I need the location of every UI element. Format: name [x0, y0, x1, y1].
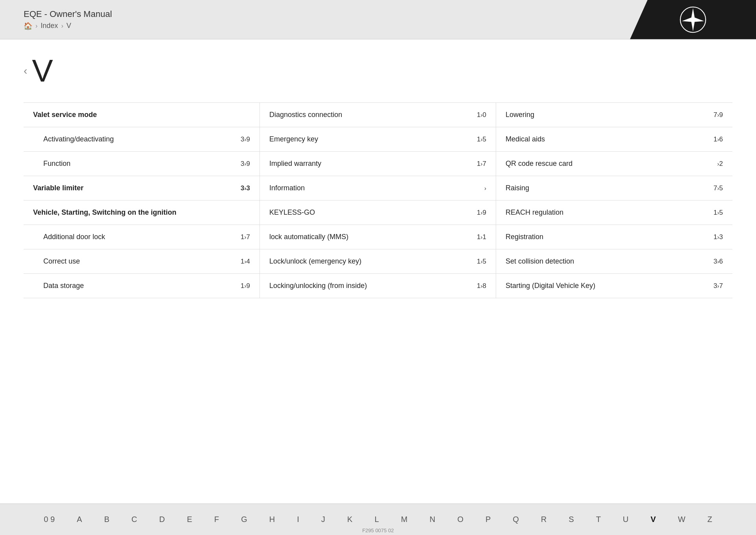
page-header: EQE - Owner's Manual 🏠 › Index › V	[0, 0, 756, 39]
mercedes-star-icon	[679, 6, 707, 33]
header-left: EQE - Owner's Manual 🏠 › Index › V	[24, 9, 112, 30]
entry-page: 1›9	[477, 209, 486, 217]
entry-registration[interactable]: Registration 1›3	[496, 225, 732, 249]
alpha-nav-i[interactable]: I	[286, 504, 310, 535]
entry-page: 1›4	[241, 258, 250, 266]
entry-label: Starting (Digital Vehicle Key)	[506, 282, 709, 290]
alpha-nav-e[interactable]: E	[176, 504, 203, 535]
entry-valet-service-mode[interactable]: Valet service mode	[24, 103, 259, 127]
entry-label: Diagnostics connection	[269, 111, 472, 119]
alpha-nav-d[interactable]: D	[148, 504, 176, 535]
page-letter: V	[32, 55, 53, 87]
breadcrumb-sep-1: ›	[35, 22, 37, 30]
entry-label: Valet service mode	[33, 111, 250, 119]
entry-page: 1›5	[713, 209, 723, 217]
alpha-nav-q[interactable]: Q	[502, 504, 530, 535]
alpha-nav-c[interactable]: C	[120, 504, 148, 535]
alpha-nav-s[interactable]: S	[558, 504, 585, 535]
entry-label: Lock/unlock (emergency key)	[269, 257, 472, 266]
index-column-2: Diagnostics connection 1›0 Emergency key…	[260, 103, 496, 298]
entry-page: 7›5	[713, 184, 723, 192]
entry-reach-regulation[interactable]: REACH regulation 1›5	[496, 201, 732, 225]
entry-label: lock automatically (MMS)	[269, 233, 472, 241]
entry-label: Locking/unlocking (from inside)	[269, 282, 472, 290]
entry-implied-warranty[interactable]: Implied warranty 1›7	[260, 152, 496, 176]
entry-page: 1›9	[241, 282, 250, 290]
entry-page: 3›3	[241, 184, 250, 192]
entry-page: 3›9	[241, 160, 250, 168]
entry-medical-aids[interactable]: Medical aids 1›6	[496, 127, 732, 152]
entry-page: 1›1	[477, 233, 486, 241]
entry-starting-digital-vehicle-key[interactable]: Starting (Digital Vehicle Key) 3›7	[496, 274, 732, 298]
mercedes-logo	[630, 0, 756, 39]
entry-label: Raising	[506, 184, 709, 192]
entry-page: ›	[484, 185, 486, 191]
entry-raising[interactable]: Raising 7›5	[496, 176, 732, 201]
alpha-nav-g[interactable]: G	[230, 504, 258, 535]
entry-label: Medical aids	[506, 135, 709, 143]
entry-page: 7›9	[713, 111, 723, 119]
index-grid: Valet service mode Activating/deactivati…	[24, 102, 732, 298]
breadcrumb-sep-2: ›	[61, 22, 63, 30]
alpha-nav-z[interactable]: Z	[697, 504, 723, 535]
alpha-nav-m[interactable]: M	[390, 504, 419, 535]
entry-function[interactable]: Function 3›9	[24, 152, 259, 176]
entry-page: 1›0	[477, 111, 486, 119]
page-letter-nav: ‹ V	[24, 55, 732, 87]
entry-label: Additional door lock	[43, 233, 236, 241]
alpha-nav-09[interactable]: 0 9	[33, 504, 66, 535]
entry-label: QR code rescue card	[506, 160, 713, 168]
alpha-nav-h[interactable]: H	[258, 504, 286, 535]
entry-vehicle[interactable]: Vehicle, Starting, Switching on the igni…	[24, 201, 259, 225]
entry-lowering[interactable]: Lowering 7›9	[496, 103, 732, 127]
back-arrow[interactable]: ‹	[24, 65, 27, 77]
entry-set-collision-detection[interactable]: Set collision detection 3›6	[496, 249, 732, 274]
alpha-nav-j[interactable]: J	[310, 504, 336, 535]
entry-page: 3›6	[713, 258, 723, 266]
alpha-nav-p[interactable]: P	[474, 504, 502, 535]
entry-data-storage[interactable]: Data storage 1›9	[24, 274, 259, 298]
alpha-nav-a[interactable]: A	[66, 504, 93, 535]
entry-keyless-go[interactable]: KEYLESS-GO 1›9	[260, 201, 496, 225]
home-icon[interactable]: 🏠	[24, 22, 32, 30]
alpha-nav-o[interactable]: O	[446, 504, 474, 535]
alpha-nav-u[interactable]: U	[612, 504, 639, 535]
alpha-nav-f[interactable]: F	[203, 504, 230, 535]
entry-locking-unlocking-inside[interactable]: Locking/unlocking (from inside) 1›8	[260, 274, 496, 298]
entry-additional-door-lock[interactable]: Additional door lock 1›7	[24, 225, 259, 249]
breadcrumb: 🏠 › Index › V	[24, 22, 112, 30]
entry-page: 1›5	[477, 258, 486, 266]
entry-label: Set collision detection	[506, 257, 709, 266]
entry-qr-code-rescue[interactable]: QR code rescue card ›2	[496, 152, 732, 176]
footer-code: F295 0075 02	[362, 528, 394, 533]
entry-diagnostics-connection[interactable]: Diagnostics connection 1›0	[260, 103, 496, 127]
entry-label: Implied warranty	[269, 160, 472, 168]
main-content: ‹ V Valet service mode Activating/deacti…	[0, 39, 756, 503]
entry-correct-use[interactable]: Correct use 1›4	[24, 249, 259, 274]
alpha-nav-n[interactable]: N	[419, 504, 446, 535]
alpha-nav-v[interactable]: V	[639, 504, 667, 535]
entry-label: Lowering	[506, 111, 709, 119]
entry-variable-limiter[interactable]: Variable limiter 3›3	[24, 176, 259, 201]
entry-lock-unlock-emergency[interactable]: Lock/unlock (emergency key) 1›5	[260, 249, 496, 274]
alpha-nav-t[interactable]: T	[585, 504, 612, 535]
alpha-nav-w[interactable]: W	[667, 504, 697, 535]
entry-page: 1›6	[713, 136, 723, 143]
breadcrumb-current: V	[67, 22, 71, 30]
entry-label: Emergency key	[269, 135, 472, 143]
entry-label: KEYLESS-GO	[269, 208, 472, 217]
alpha-nav-r[interactable]: R	[530, 504, 558, 535]
entry-lock-automatically[interactable]: lock automatically (MMS) 1›1	[260, 225, 496, 249]
alpha-nav-b[interactable]: B	[93, 504, 120, 535]
entry-information[interactable]: Information ›	[260, 176, 496, 201]
alpha-nav-k[interactable]: K	[336, 504, 363, 535]
entry-page: 1›7	[241, 233, 250, 241]
entry-page: 3›9	[241, 136, 250, 143]
entry-activating-deactivating[interactable]: Activating/deactivating 3›9	[24, 127, 259, 152]
entry-label: Function	[43, 160, 236, 168]
alphabet-nav: 0 9 A B C D E F G H I J K L M N O P Q R …	[0, 503, 756, 535]
manual-title: EQE - Owner's Manual	[24, 9, 112, 19]
entry-emergency-key[interactable]: Emergency key 1›5	[260, 127, 496, 152]
entry-label: Data storage	[43, 282, 236, 290]
breadcrumb-index[interactable]: Index	[41, 22, 58, 30]
